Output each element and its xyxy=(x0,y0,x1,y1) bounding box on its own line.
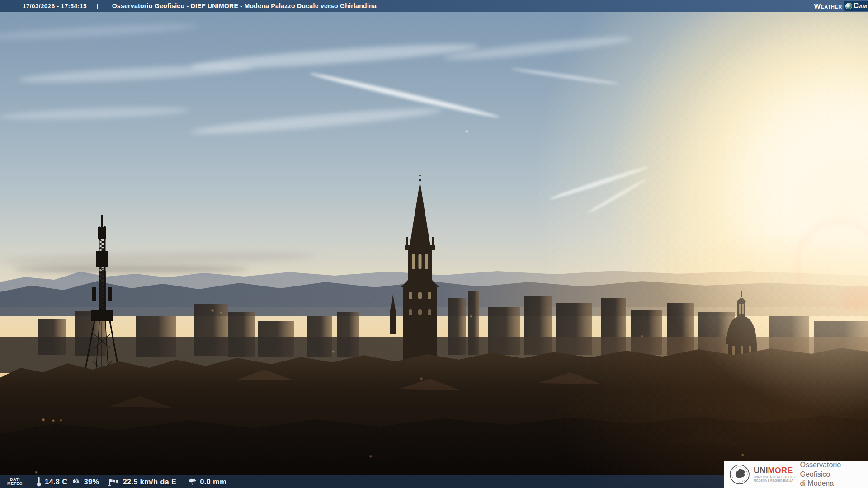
unimore-wordmark: UNIMORE UNIVERSITÀ DEGLI STUDI DI MODENA… xyxy=(754,466,795,482)
wind-metric: 22.5 km/h da E xyxy=(108,478,176,486)
dati-meteo-label: DATI METEO xyxy=(7,478,23,486)
wind-value: 22.5 km/h da E xyxy=(123,478,176,486)
thermometer-icon xyxy=(36,476,42,487)
wordmark-more: MORE xyxy=(768,466,793,475)
university-name-line2: MODENA E REGGIO EMILIA xyxy=(754,479,795,483)
humidity-drops-icon xyxy=(72,478,80,486)
unimore-seal-icon xyxy=(729,464,750,485)
temperature-value: 14.8 C xyxy=(45,478,67,486)
observatory-name-line2: di Modena xyxy=(800,479,868,488)
windsock-icon xyxy=(108,478,119,486)
page-title: Osservatorio Geofisico - DIEF UNIMORE - … xyxy=(112,2,377,9)
observatory-name-line1: Osservatorio Geofisico xyxy=(800,460,868,479)
umbrella-icon xyxy=(188,478,197,486)
dati-label-line2: METEO xyxy=(7,482,23,486)
wordmark-uni: UNI xyxy=(754,466,768,475)
temperature-metric: 14.8 C xyxy=(36,476,67,487)
camera-lens-icon xyxy=(845,3,852,9)
separator: | xyxy=(97,3,99,9)
webcam-view: 17/03/2026 - 17:54:15 | Osservatorio Geo… xyxy=(0,0,868,488)
unimore-branding[interactable]: UNIMORE UNIVERSITÀ DEGLI STUDI DI MODENA… xyxy=(724,461,868,488)
university-name-line1: UNIVERSITÀ DEGLI STUDI DI xyxy=(754,475,795,479)
humidity-metric: 39% xyxy=(72,478,99,486)
weathercam-weather-text: Weather xyxy=(814,2,842,10)
humidity-value: 39% xyxy=(84,478,99,486)
rain-value: 0.0 mm xyxy=(200,478,226,486)
weathercam-cam-text: Cam xyxy=(854,2,867,10)
warm-light-wash xyxy=(0,0,868,488)
weathercam-logo[interactable]: Weather Cam xyxy=(814,0,868,12)
observatory-name: Osservatorio Geofisico di Modena xyxy=(800,460,868,488)
weathercam-badge: Cam xyxy=(844,1,868,11)
rain-metric: 0.0 mm xyxy=(188,478,226,486)
datetime: 17/03/2026 - 17:54:15 xyxy=(23,3,87,9)
header-bar: 17/03/2026 - 17:54:15 | Osservatorio Geo… xyxy=(0,0,868,12)
